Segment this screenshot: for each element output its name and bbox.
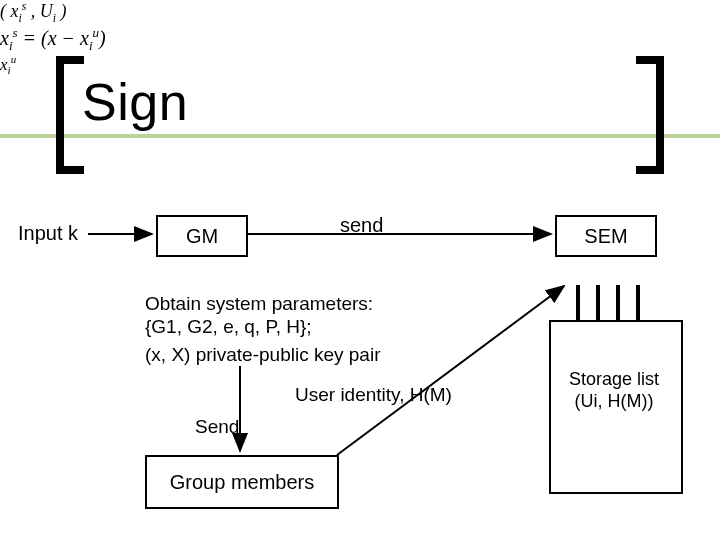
page-title: Sign bbox=[82, 72, 188, 132]
storage-hatch-icon bbox=[596, 285, 600, 320]
equation: xis = (x − xiu) bbox=[0, 25, 720, 54]
obtain-line2: {G1, G2, e, q, P, H}; bbox=[145, 316, 312, 337]
storage-hatch-icon bbox=[636, 285, 640, 320]
title-underline bbox=[0, 134, 720, 138]
group-members-label: Group members bbox=[170, 471, 315, 494]
input-k-label: Input k bbox=[18, 222, 78, 245]
user-identity-label: User identity, H(M) bbox=[295, 384, 452, 406]
storage-label: Storage list (Ui, H(M)) bbox=[548, 368, 680, 412]
storage-line2: (Ui, H(M)) bbox=[575, 391, 654, 411]
slide: Sign Input k GM SEM send ( xis , Ui ) xi… bbox=[0, 0, 720, 540]
group-members-box: Group members bbox=[145, 455, 339, 509]
storage-hatch-icon bbox=[576, 285, 580, 320]
gm-label: GM bbox=[186, 225, 218, 248]
obtain-params: Obtain system parameters: {G1, G2, e, q,… bbox=[145, 292, 373, 338]
send-math: ( xis , Ui ) bbox=[0, 0, 720, 25]
send2-label: Send bbox=[195, 416, 239, 438]
gm-box: GM bbox=[156, 215, 248, 257]
keypair-label: (x, X) private-public key pair bbox=[145, 344, 380, 366]
storage-hatch-icon bbox=[616, 285, 620, 320]
title-bracket-left-icon bbox=[56, 56, 84, 174]
sem-label: SEM bbox=[584, 225, 627, 248]
sem-box: SEM bbox=[555, 215, 657, 257]
storage-line1: Storage list bbox=[569, 369, 659, 389]
obtain-line1: Obtain system parameters: bbox=[145, 293, 373, 314]
title-bracket-right-icon bbox=[636, 56, 664, 174]
send-label: send bbox=[340, 214, 383, 237]
